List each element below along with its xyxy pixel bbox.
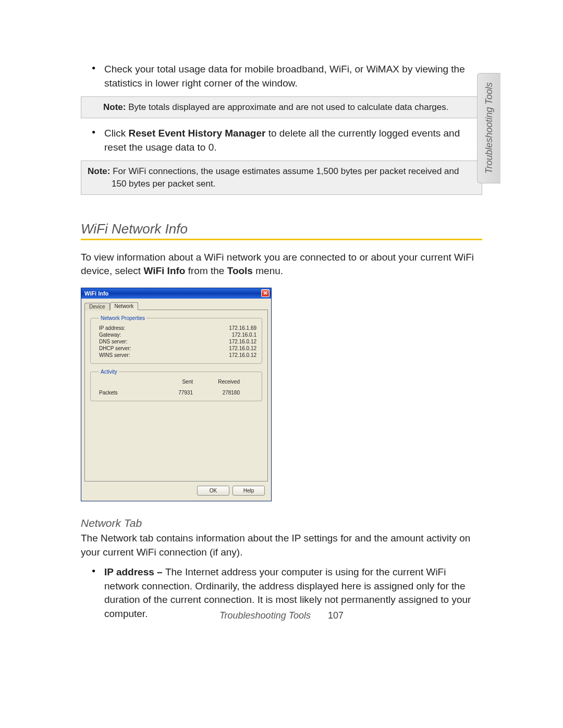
note2-label: Note: xyxy=(88,166,110,176)
intro-mid: from the xyxy=(185,265,227,276)
row-ip: IP address:172.16.1.69 xyxy=(99,325,256,331)
wifi-info-dialog: WiFi Info ✕ Device Network Network Prope… xyxy=(81,288,272,501)
intro-b2: Tools xyxy=(227,265,253,276)
label-dns: DNS server: xyxy=(99,339,127,344)
label-packets: Packets xyxy=(99,390,156,396)
close-icon: ✕ xyxy=(263,290,267,296)
bullet-usage: Check your total usage data for mobile b… xyxy=(104,63,482,90)
legend-network-properties: Network Properties xyxy=(99,315,146,321)
side-tab-label: Troubleshooting Tools xyxy=(484,82,495,174)
bullet-list-top: Check your total usage data for mobile b… xyxy=(81,63,482,90)
dialog-body: Device Network Network Properties IP add… xyxy=(81,299,271,501)
row-wins: WINS server:172.16.0.12 xyxy=(99,352,256,358)
note1-label: Note: xyxy=(103,102,126,112)
label-ip: IP address: xyxy=(99,325,125,331)
intro-paragraph: To view information about a WiFi network… xyxy=(81,251,482,278)
fieldset-activity: Activity Sent Received Packets 77931 278… xyxy=(90,369,262,401)
page-footer: Troubleshooting Tools 107 xyxy=(0,610,563,621)
label-dhcp: DHCP server: xyxy=(99,346,131,351)
tab-strip: Device Network xyxy=(84,302,268,310)
value-dhcp: 172.16.0.12 xyxy=(229,346,256,351)
bullet-reset-pre: Click xyxy=(104,128,128,139)
network-tab-paragraph: The Network tab contains information abo… xyxy=(81,532,482,559)
note-box-2: Note: For WiFi connections, the usage es… xyxy=(81,161,482,195)
bullet-ip-bold: IP address – xyxy=(104,566,165,577)
label-wins: WINS server: xyxy=(99,352,130,358)
bullet-reset: Click Reset Event History Manager to del… xyxy=(104,127,482,154)
header-sent: Sent xyxy=(156,379,193,385)
activity-packets-row: Packets 77931 278180 xyxy=(99,390,256,396)
tab-network[interactable]: Network xyxy=(110,302,139,310)
footer-page-number: 107 xyxy=(328,610,344,621)
value-received: 278180 xyxy=(193,390,240,396)
help-button[interactable]: Help xyxy=(232,486,265,496)
intro-b1: WiFi Info xyxy=(143,265,185,276)
dialog-titlebar[interactable]: WiFi Info ✕ xyxy=(81,288,271,299)
value-sent: 77931 xyxy=(156,390,193,396)
intro-post: menu. xyxy=(253,265,283,276)
value-dns: 172.16.0.12 xyxy=(229,339,256,344)
close-button[interactable]: ✕ xyxy=(261,289,270,297)
row-dhcp: DHCP server:172.16.0.12 xyxy=(99,346,256,351)
value-wins: 172.16.0.12 xyxy=(229,352,256,358)
subheading-network-tab: Network Tab xyxy=(81,517,482,529)
bullet-list-reset: Click Reset Event History Manager to del… xyxy=(81,127,482,154)
header-received: Received xyxy=(193,379,240,385)
label-gateway: Gateway: xyxy=(99,332,121,338)
ok-button[interactable]: OK xyxy=(197,486,229,496)
footer-label: Troubleshooting Tools xyxy=(219,610,311,621)
section-heading-wifi: WiFi Network Info xyxy=(81,221,482,240)
tab-panel-network: Network Properties IP address:172.16.1.6… xyxy=(84,310,268,482)
activity-header: Sent Received xyxy=(99,379,256,385)
fieldset-network-properties: Network Properties IP address:172.16.1.6… xyxy=(90,315,262,364)
note1-text: Byte totals displayed are approximate an… xyxy=(128,102,448,112)
row-dns: DNS server:172.16.0.12 xyxy=(99,339,256,344)
bullet-reset-bold: Reset Event History Manager xyxy=(128,128,265,139)
note2-text: For WiFi connections, the usage estimate… xyxy=(112,166,459,189)
value-gateway: 172.16.0.1 xyxy=(232,332,256,338)
tab-device[interactable]: Device xyxy=(84,303,110,311)
note-box-1: Note: Byte totals displayed are approxim… xyxy=(81,96,482,118)
value-ip: 172.16.1.69 xyxy=(229,325,256,331)
legend-activity: Activity xyxy=(99,369,119,375)
dialog-button-row: OK Help xyxy=(197,486,265,496)
row-gateway: Gateway:172.16.0.1 xyxy=(99,332,256,338)
dialog-title: WiFi Info xyxy=(84,290,108,297)
